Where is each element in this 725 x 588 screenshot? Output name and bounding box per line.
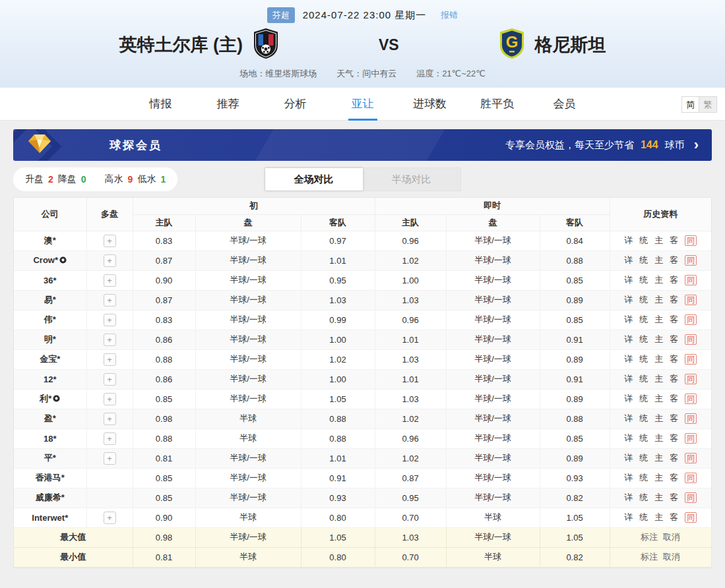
cancel-link[interactable]: 取消 — [663, 532, 680, 542]
same-handicap-link[interactable]: 同 — [685, 413, 697, 424]
history-link[interactable]: 主 — [654, 334, 663, 344]
history-link[interactable]: 详 — [624, 433, 633, 443]
history-link[interactable]: 主 — [654, 473, 663, 483]
company-name[interactable]: 利* — [40, 394, 51, 403]
expand-multi-odds-button[interactable]: + — [104, 314, 116, 326]
mark-link[interactable]: 标注 — [641, 552, 658, 562]
expand-multi-odds-button[interactable]: + — [104, 452, 116, 465]
company-name[interactable]: 香港马* — [36, 473, 65, 483]
company-name[interactable]: 威廉希* — [36, 492, 65, 502]
company-name[interactable]: 明* — [44, 334, 56, 344]
history-link[interactable]: 主 — [654, 394, 663, 403]
company-name[interactable]: 36* — [44, 276, 57, 285]
history-link[interactable]: 客 — [670, 394, 678, 403]
history-link[interactable]: 详 — [624, 295, 633, 305]
same-handicap-link[interactable]: 同 — [685, 235, 697, 246]
expand-multi-odds-button[interactable]: + — [104, 235, 116, 247]
history-link[interactable]: 主 — [654, 453, 663, 463]
nav-tab[interactable]: 胜平负 — [464, 88, 531, 121]
history-link[interactable]: 主 — [654, 314, 663, 324]
history-link[interactable]: 统 — [639, 473, 648, 483]
cancel-link[interactable]: 取消 — [663, 552, 680, 562]
history-link[interactable]: 主 — [654, 433, 663, 443]
half-match-compare-button[interactable]: 半场对比 — [363, 168, 460, 191]
company-name[interactable]: 18* — [44, 434, 57, 444]
expand-multi-odds-button[interactable]: + — [104, 512, 116, 524]
history-link[interactable]: 详 — [624, 492, 633, 502]
history-link[interactable]: 客 — [670, 492, 678, 502]
same-handicap-link[interactable]: 同 — [685, 295, 697, 305]
company-name[interactable]: 平* — [44, 453, 56, 463]
history-link[interactable]: 详 — [624, 275, 633, 285]
expand-multi-odds-button[interactable]: + — [104, 413, 116, 425]
expand-multi-odds-button[interactable]: + — [104, 254, 116, 267]
history-link[interactable]: 统 — [639, 453, 648, 463]
history-link[interactable]: 客 — [670, 295, 678, 305]
history-link[interactable]: 客 — [670, 275, 678, 285]
nav-tab[interactable]: 亚让 — [329, 88, 396, 121]
history-link[interactable]: 主 — [654, 354, 663, 364]
league-badge[interactable]: 芬超 — [267, 7, 295, 23]
same-handicap-link[interactable]: 同 — [685, 275, 697, 285]
history-link[interactable]: 客 — [670, 512, 678, 522]
history-link[interactable]: 客 — [670, 413, 678, 423]
history-link[interactable]: 客 — [670, 354, 678, 364]
company-name[interactable]: 12* — [44, 374, 57, 384]
history-link[interactable]: 统 — [639, 374, 648, 384]
history-link[interactable]: 主 — [654, 413, 663, 423]
nav-tab[interactable]: 情报 — [127, 88, 195, 121]
history-link[interactable]: 客 — [670, 235, 678, 245]
same-handicap-link[interactable]: 同 — [685, 334, 697, 345]
history-link[interactable]: 主 — [654, 275, 663, 285]
traditional-chinese-button[interactable]: 繁 — [699, 96, 717, 113]
member-banner[interactable]: 球探会员 专享会员权益，每天至少节省 144 球币 › — [13, 129, 712, 161]
history-link[interactable]: 详 — [624, 453, 633, 463]
expand-multi-odds-button[interactable]: + — [104, 353, 116, 366]
history-link[interactable]: 统 — [639, 275, 648, 285]
history-link[interactable]: 统 — [639, 354, 648, 364]
history-link[interactable]: 客 — [670, 314, 678, 324]
history-link[interactable]: 客 — [670, 433, 678, 443]
history-link[interactable]: 统 — [639, 394, 648, 403]
history-link[interactable]: 统 — [639, 512, 648, 522]
history-link[interactable]: 详 — [624, 473, 633, 483]
nav-tab[interactable]: 分析 — [262, 88, 329, 121]
history-link[interactable]: 统 — [639, 314, 648, 324]
expand-multi-odds-button[interactable]: + — [104, 294, 116, 307]
expand-multi-odds-button[interactable]: + — [104, 373, 116, 386]
nav-tab[interactable]: 进球数 — [396, 88, 464, 121]
same-handicap-link[interactable]: 同 — [685, 512, 697, 523]
history-link[interactable]: 客 — [670, 255, 678, 265]
same-handicap-link[interactable]: 同 — [685, 433, 697, 444]
report-error-link[interactable]: 报错 — [441, 9, 458, 21]
history-link[interactable]: 主 — [654, 295, 663, 305]
history-link[interactable]: 客 — [670, 374, 678, 384]
simplified-chinese-button[interactable]: 简 — [681, 96, 699, 113]
company-name[interactable]: 易* — [44, 295, 56, 305]
same-handicap-link[interactable]: 同 — [685, 453, 697, 463]
history-link[interactable]: 统 — [639, 492, 648, 502]
company-name[interactable]: Crow* — [33, 255, 58, 265]
history-link[interactable]: 主 — [654, 235, 663, 245]
same-handicap-link[interactable]: 同 — [685, 492, 697, 503]
same-handicap-link[interactable]: 同 — [685, 374, 697, 384]
history-link[interactable]: 统 — [639, 255, 648, 265]
history-link[interactable]: 详 — [624, 512, 633, 522]
history-link[interactable]: 详 — [624, 413, 633, 423]
history-link[interactable]: 详 — [624, 334, 633, 344]
history-link[interactable]: 主 — [654, 374, 663, 384]
history-link[interactable]: 主 — [654, 492, 663, 502]
same-handicap-link[interactable]: 同 — [685, 473, 697, 483]
same-handicap-link[interactable]: 同 — [685, 314, 697, 325]
history-link[interactable]: 详 — [624, 314, 633, 324]
expand-multi-odds-button[interactable]: + — [104, 393, 116, 405]
full-match-compare-button[interactable]: 全场对比 — [265, 168, 363, 191]
history-link[interactable]: 详 — [624, 374, 633, 384]
member-banner-promo[interactable]: 专享会员权益，每天至少节省 144 球币 › — [505, 138, 699, 152]
history-link[interactable]: 详 — [624, 255, 633, 265]
company-name[interactable]: 盈* — [44, 413, 56, 423]
history-link[interactable]: 统 — [639, 334, 648, 344]
history-link[interactable]: 统 — [639, 295, 648, 305]
history-link[interactable]: 主 — [654, 512, 663, 522]
history-link[interactable]: 客 — [670, 453, 678, 463]
